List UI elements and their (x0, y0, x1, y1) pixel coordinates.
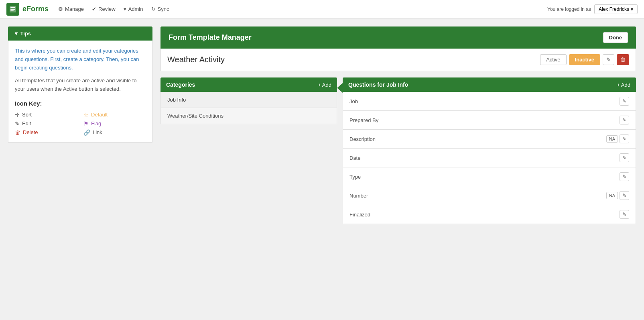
brand-logo[interactable]: eForms (6, 3, 49, 16)
active-button[interactable]: Active (540, 54, 566, 65)
add-question-button[interactable]: + Add (617, 82, 630, 88)
question-actions-finalized: ✎ (620, 210, 629, 219)
review-label: Review (98, 6, 116, 12)
user-menu-button[interactable]: Alex Fredricks ▾ (594, 4, 638, 14)
form-delete-button[interactable]: 🗑 (617, 54, 629, 65)
icon-key-flag: ⚑ Flag (83, 120, 146, 127)
icon-key-link: 🔗 Link (83, 129, 146, 136)
question-edit-job[interactable]: ✎ (620, 97, 629, 106)
flag-icon: ⚑ (83, 120, 89, 127)
user-info: You are logged in as Alex Fredricks ▾ (547, 4, 638, 14)
categories-panel: Categories + Add Job Info Weather/Site C… (160, 77, 337, 124)
pencil-icon: ✎ (606, 57, 611, 63)
flag-label: Flag (91, 120, 101, 126)
svg-rect-1 (10, 7, 15, 8)
category-label-weather: Weather/Site Conditions (167, 113, 223, 119)
question-actions-job: ✎ (620, 97, 629, 106)
weather-activity-title: Weather Activity (167, 55, 225, 64)
main-content: ▼ Tips This is where you can create and … (0, 18, 644, 232)
tips-panel: ▼ Tips This is where you can create and … (8, 26, 152, 224)
question-row-number: Number NA ✎ (343, 186, 636, 205)
brand-icon (6, 3, 19, 16)
question-actions-date: ✎ (620, 153, 629, 162)
manage-label: Manage (65, 6, 84, 12)
questions-header: Questions for Job Info + Add (343, 77, 636, 92)
form-template-title: Form Template Manager (169, 33, 252, 42)
question-actions-description: NA ✎ (606, 135, 629, 143)
question-row-prepared-by: Prepared By ✎ (343, 111, 636, 130)
gear-icon: ⚙ (58, 6, 63, 12)
star-icon: ☆ (83, 112, 89, 118)
question-label-job: Job (349, 98, 358, 104)
sort-label: Sort (22, 112, 32, 118)
user-dropdown-icon: ▾ (631, 6, 633, 12)
question-edit-type[interactable]: ✎ (620, 172, 629, 181)
review-nav-item[interactable]: ✔ Review (92, 6, 116, 12)
inactive-button[interactable]: Inactive (569, 54, 600, 65)
form-edit-button[interactable]: ✎ (603, 54, 614, 65)
category-item-job-info[interactable]: Job Info (160, 92, 337, 108)
question-row-description: Description NA ✎ (343, 130, 636, 149)
edit-icon: ✎ (15, 120, 20, 127)
admin-nav-item[interactable]: ▾ Admin (124, 6, 143, 12)
category-item-weather[interactable]: Weather/Site Conditions (160, 108, 337, 124)
question-edit-number[interactable]: ✎ (620, 191, 629, 200)
done-button[interactable]: Done (603, 32, 628, 43)
logged-in-text: You are logged in as (547, 6, 591, 12)
check-icon: ✔ (92, 6, 96, 12)
question-row-finalized: Finalized ✎ (343, 205, 636, 224)
top-navigation: eForms ⚙ Manage ✔ Review ▾ Admin ↻ Sync … (0, 0, 644, 18)
sync-nav-item[interactable]: ↻ Sync (151, 6, 169, 12)
chevron-down-icon: ▾ (124, 6, 126, 12)
question-label-number: Number (349, 193, 368, 199)
tips-text-1: This is where you can create and edit yo… (15, 47, 146, 72)
tips-text-2: All templates that you create are active… (15, 77, 146, 94)
na-badge-description: NA (606, 135, 618, 143)
sync-label: Sync (158, 6, 169, 12)
question-label-type: Type (349, 174, 361, 180)
svg-rect-3 (10, 10, 14, 11)
right-panel: Form Template Manager Done Weather Activ… (160, 26, 636, 224)
icon-key-edit: ✎ Edit (15, 120, 77, 127)
delete-label: Delete (23, 129, 38, 135)
default-label: Default (91, 112, 108, 118)
form-title-actions: Active Inactive ✎ 🗑 (540, 54, 629, 65)
brand-name: eForms (22, 5, 49, 13)
question-edit-description[interactable]: ✎ (620, 135, 629, 143)
question-edit-prepared-by[interactable]: ✎ (620, 116, 629, 124)
link-icon: 🔗 (83, 129, 90, 136)
icon-key-title: Icon Key: (15, 100, 146, 107)
question-actions-type: ✎ (620, 172, 629, 181)
nav-items: ⚙ Manage ✔ Review ▾ Admin ↻ Sync (58, 6, 169, 12)
admin-label: Admin (128, 6, 143, 12)
tips-header[interactable]: ▼ Tips (8, 26, 152, 41)
question-row-date: Date ✎ (343, 149, 636, 167)
question-actions-prepared-by: ✎ (620, 116, 629, 124)
add-category-button[interactable]: + Add (318, 82, 331, 88)
arrow-connector (337, 77, 343, 93)
form-title-bar: Weather Activity Active Inactive ✎ 🗑 (160, 49, 636, 71)
na-badge-number: NA (606, 192, 618, 199)
edit-label: Edit (22, 120, 31, 126)
question-label-description: Description (349, 136, 376, 142)
question-actions-number: NA ✎ (606, 191, 629, 200)
icon-key-default: ☆ Default (83, 112, 146, 118)
tips-body: This is where you can create and edit yo… (8, 41, 152, 143)
delete-icon: 🗑 (15, 129, 20, 136)
questions-title: Questions for Job Info (348, 82, 408, 88)
icon-key-delete: 🗑 Delete (15, 129, 77, 136)
question-label-finalized: Finalized (349, 212, 370, 218)
categories-header: Categories + Add (160, 77, 337, 92)
manage-nav-item[interactable]: ⚙ Manage (58, 6, 84, 12)
username-label: Alex Fredricks (599, 6, 629, 12)
question-edit-finalized[interactable]: ✎ (620, 210, 629, 219)
icon-key-grid: ✛ Sort ☆ Default ✎ Edit ⚑ Flag 🗑 Dele (15, 112, 146, 136)
categories-questions-layout: Categories + Add Job Info Weather/Site C… (160, 77, 636, 224)
sync-icon: ↻ (151, 6, 156, 12)
question-label-prepared-by: Prepared By (349, 117, 378, 123)
question-edit-date[interactable]: ✎ (620, 153, 629, 162)
question-label-date: Date (349, 155, 360, 161)
icon-key-sort: ✛ Sort (15, 112, 77, 118)
form-template-header: Form Template Manager Done (160, 26, 636, 49)
arrow-left-icon (337, 83, 343, 93)
